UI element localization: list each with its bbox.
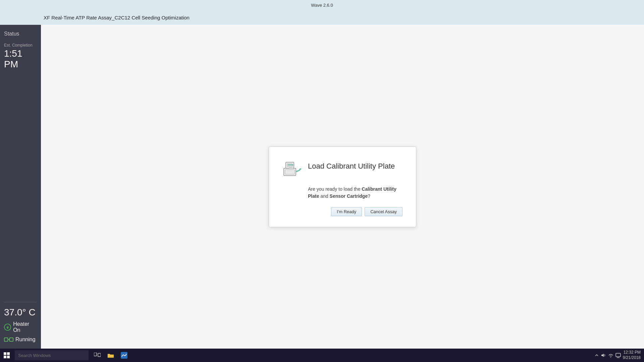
- load-calibrant-dialog: Load Calibrant Utility Plate Are you rea…: [269, 146, 416, 227]
- svg-rect-11: [289, 168, 293, 169]
- im-ready-button[interactable]: I'm Ready: [331, 207, 362, 216]
- heater-status: Heater On: [4, 321, 37, 333]
- completion-time: 1:51 PM: [4, 48, 37, 70]
- svg-point-0: [4, 324, 11, 330]
- cancel-assay-button[interactable]: Cancel Assay: [365, 207, 402, 216]
- status-label: Status: [4, 31, 37, 37]
- taskbar-date-display: 9/21/2018: [623, 355, 641, 361]
- svg-rect-19: [616, 353, 621, 357]
- dialog-body-text1: Are you ready to load the: [308, 186, 362, 192]
- notification-icon[interactable]: [615, 353, 621, 358]
- file-explorer-button[interactable]: [105, 349, 117, 361]
- app-version-label: Wave 2.6.0: [311, 3, 333, 8]
- title-bar: Wave 2.6.0: [0, 0, 644, 10]
- dialog-body-text2: and: [319, 193, 329, 199]
- dialog-bold2: Sensor Cartridge: [330, 193, 368, 199]
- taskbar-search-input[interactable]: [15, 350, 89, 360]
- start-button[interactable]: [0, 349, 13, 362]
- wave-app-button[interactable]: [118, 349, 130, 361]
- est-completion-label: Est. Completion: [4, 43, 37, 48]
- taskbar-clock: 12:32 PM 9/21/2018: [623, 350, 641, 360]
- svg-rect-2: [10, 338, 13, 342]
- content-area: Load Calibrant Utility Plate Are you rea…: [41, 25, 644, 349]
- svg-rect-13: [7, 352, 10, 355]
- dialog-title: Load Calibrant Utility Plate: [308, 159, 395, 171]
- svg-rect-1: [4, 338, 8, 342]
- svg-rect-17: [98, 353, 101, 357]
- heater-label: Heater On: [13, 321, 37, 333]
- main-layout: Status Est. Completion 1:51 PM 37.0° C H…: [0, 25, 644, 349]
- svg-rect-12: [4, 352, 6, 355]
- svg-rect-5: [285, 170, 294, 174]
- dialog-body-text3: ?: [368, 193, 370, 199]
- svg-rect-15: [7, 356, 10, 358]
- running-label: Running: [15, 337, 36, 343]
- dialog-body: Are you ready to load the Calibrant Util…: [308, 186, 402, 200]
- sidebar: Status Est. Completion 1:51 PM 37.0° C H…: [0, 25, 41, 349]
- taskbar-time-display: 12:32 PM: [623, 350, 641, 355]
- temperature-display: 37.0° C: [4, 307, 37, 318]
- dialog-header: Load Calibrant Utility Plate: [281, 159, 402, 179]
- chevron-up-icon: [595, 353, 599, 357]
- volume-icon[interactable]: [601, 353, 606, 358]
- svg-rect-7: [287, 164, 292, 167]
- task-view-button[interactable]: [91, 349, 103, 361]
- running-status: Running: [4, 337, 37, 343]
- sidebar-divider: [4, 302, 37, 302]
- dialog-buttons: I'm Ready Cancel Assay: [281, 207, 402, 216]
- svg-rect-16: [94, 353, 97, 356]
- experiment-title: XF Real-Time ATP Rate Assay_C2C12 Cell S…: [44, 15, 190, 20]
- app-header: XF Real-Time ATP Rate Assay_C2C12 Cell S…: [0, 10, 644, 25]
- heater-icon: [4, 323, 11, 331]
- taskbar-apps: [91, 349, 130, 361]
- taskbar-right: 12:32 PM 9/21/2018: [595, 350, 644, 360]
- running-icon: [4, 337, 13, 342]
- network-icon[interactable]: [608, 353, 613, 358]
- dialog-icon: [281, 159, 301, 179]
- svg-rect-14: [4, 356, 6, 358]
- taskbar: 12:32 PM 9/21/2018: [0, 349, 644, 362]
